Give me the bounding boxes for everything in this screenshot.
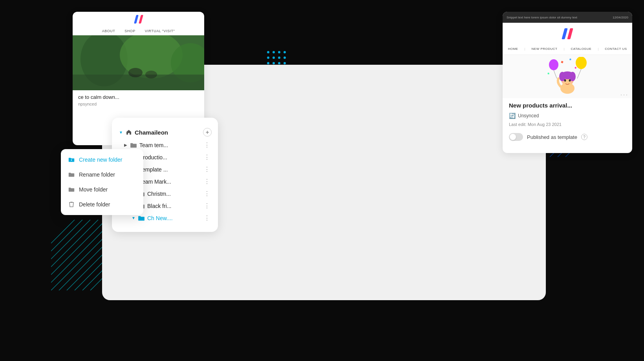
folder-icon: [130, 142, 137, 149]
svg-line-2: [51, 220, 90, 259]
card-logo: [503, 23, 632, 45]
folder-edit-icon: [68, 171, 75, 178]
preview-caption: ce to calm down...: [73, 90, 204, 102]
svg-rect-37: [574, 67, 576, 69]
context-delete-folder[interactable]: Delete folder: [61, 197, 143, 212]
more-icon[interactable]: ⋮: [202, 166, 212, 173]
sync-icon: 🔄: [509, 113, 516, 119]
folder-label: Productio...: [139, 154, 202, 160]
svg-point-33: [576, 57, 587, 69]
svg-line-1: [51, 220, 82, 251]
card-nav-new-product: NEW PRODUCT: [532, 47, 558, 51]
context-create-folder[interactable]: Create new folder: [61, 152, 143, 167]
card-title: New products arrival...: [503, 98, 632, 110]
card-template-row: Published as template ?: [503, 130, 632, 144]
preview-hero-image: [73, 35, 204, 90]
nav-link-virtual: VIRTUAL "VISIT": [145, 29, 175, 33]
context-label: Move folder: [79, 186, 108, 193]
card-nav-contact: CONTACT US: [605, 47, 627, 51]
more-icon[interactable]: ⋮: [202, 178, 212, 185]
more-icon[interactable]: ⋮: [202, 141, 212, 149]
more-icon[interactable]: ⋮: [202, 153, 212, 161]
context-label: Delete folder: [79, 201, 110, 208]
svg-rect-28: [73, 75, 204, 90]
svg-point-31: [549, 59, 558, 70]
svg-rect-38: [547, 73, 549, 75]
brand-logo-card: [563, 28, 572, 39]
svg-point-47: [570, 81, 573, 83]
context-menu: Create new folder Rename folder Move fol…: [61, 149, 143, 215]
folder-label: Christm...: [147, 191, 202, 197]
card-last-edit: Last edit: Mon Aug 23 2021: [503, 121, 632, 130]
nav-link-about: ABOUT: [102, 29, 115, 33]
svg-rect-35: [561, 61, 563, 63]
add-folder-button[interactable]: +: [203, 128, 212, 137]
card-top-bar: Snippet text here lorem ipsum dolor sit …: [503, 12, 632, 23]
card-top-bar-date: 12/04/2020: [613, 16, 628, 19]
folder-move-icon: [68, 186, 75, 193]
context-move-folder[interactable]: Move folder: [61, 182, 143, 197]
svg-point-29: [128, 68, 143, 77]
tree-root-row[interactable]: ▼ Chamaileon +: [112, 126, 218, 139]
card-nav-home: HOME: [508, 47, 518, 51]
context-label: Create new folder: [79, 157, 123, 163]
svg-rect-36: [569, 58, 571, 60]
svg-line-34: [577, 69, 581, 78]
svg-line-32: [554, 70, 557, 78]
svg-point-30: [145, 71, 157, 78]
folder-label: Team Mark...: [139, 179, 202, 185]
card-top-bar-text: Snippet text here lorem ipsum dolor sit …: [507, 16, 577, 19]
preview-subcaption: npsynced: [73, 102, 204, 106]
folder-icon-active: [138, 215, 145, 222]
card-status: 🔄 Unsynced: [503, 110, 632, 121]
help-icon[interactable]: ?: [581, 134, 587, 140]
dot-grid-top: [267, 51, 286, 64]
preview-nav: ABOUT SHOP VIRTUAL "VISIT": [73, 27, 204, 35]
card-nav-catalogue: CATALOGUE: [571, 47, 592, 51]
home-icon: [125, 129, 132, 136]
card-nav: HOME | NEW PRODUCT | CATALOGUE | CONTACT…: [503, 45, 632, 55]
root-arrow: ▼: [118, 129, 124, 135]
folder-label: Black fri...: [147, 203, 202, 209]
nav-link-shop: SHOP: [124, 29, 135, 33]
context-rename-folder[interactable]: Rename folder: [61, 167, 143, 182]
status-text: Unsynced: [518, 113, 539, 119]
folder-plus-icon: [68, 156, 75, 163]
card-illustration: [503, 55, 632, 98]
folder-label: Template ...: [139, 166, 202, 173]
svg-line-4: [51, 220, 106, 275]
folder-label: Ch New....: [147, 215, 202, 221]
svg-point-46: [562, 81, 565, 83]
preview-logo: [73, 12, 204, 27]
template-label: Published as template: [527, 134, 577, 140]
svg-line-3: [51, 220, 98, 267]
folder-label: Team tem...: [139, 142, 202, 148]
more-icon[interactable]: ⋮: [202, 214, 212, 222]
context-label: Rename folder: [79, 171, 115, 178]
card-more-button[interactable]: ⋮: [620, 91, 629, 99]
more-icon[interactable]: ⋮: [202, 190, 212, 197]
card-panel: Snippet text here lorem ipsum dolor sit …: [503, 12, 632, 153]
more-icon[interactable]: ⋮: [202, 202, 212, 210]
trash-icon: [68, 201, 75, 208]
arrow-icon: ▶: [123, 142, 128, 148]
root-label: Chamaileon: [135, 129, 203, 136]
template-toggle[interactable]: [509, 133, 523, 141]
brand-logo: [135, 15, 142, 24]
arrow-icon: ▼: [131, 215, 136, 221]
toggle-knob: [510, 134, 516, 140]
